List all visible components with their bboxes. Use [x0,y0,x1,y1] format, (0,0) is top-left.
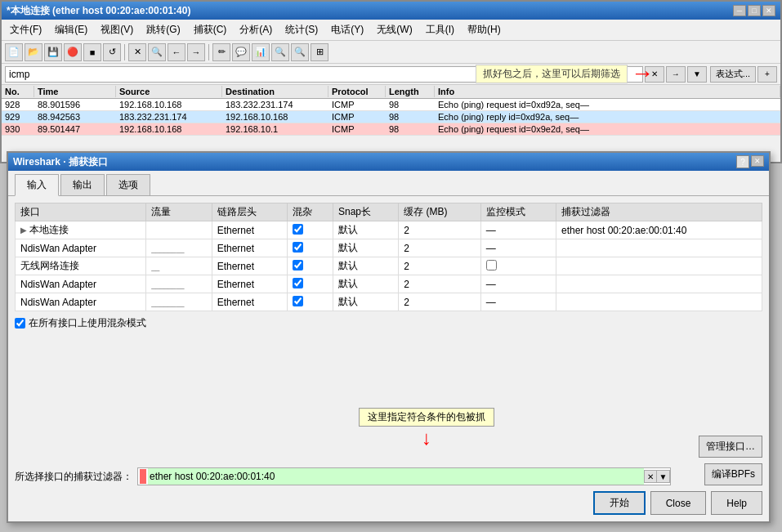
interface-table: 接口 流量 链路层头 混杂 Snap长 缓存 (MB) 监控模式 捕获过滤器 ▶… [15,203,762,311]
toolbar-sep2 [208,44,209,60]
toolbar-zoom-in-icon[interactable]: 🔍 [271,43,289,61]
tab-input[interactable]: 输入 [15,174,59,196]
promisc-checkbox[interactable] [293,296,303,306]
dialog-help-icon[interactable]: ? [736,155,749,168]
packet-list: No. Time Source Destination Protocol Len… [2,85,780,136]
col-src: Source [116,86,222,97]
filter-dropdown-icon[interactable]: ▼ [657,470,670,483]
menu-edit[interactable]: 编辑(E) [50,21,92,38]
iface-snaplen-cell: 默认 [333,221,398,239]
minimize-button[interactable]: ─ [733,5,746,16]
iface-filter-cell [556,239,762,257]
iface-promisc-cell[interactable] [287,275,333,293]
toolbar-forward-icon[interactable]: → [187,43,205,61]
toolbar-search-icon[interactable]: 🔍 [148,43,166,61]
maximize-button[interactable]: □ [748,5,761,16]
help-button[interactable]: Help [711,491,762,515]
iface-monitor-cell: — [480,221,556,239]
promisc-checkbox[interactable] [293,242,303,253]
menu-goto[interactable]: 跳转(G) [141,21,185,38]
translate-bpfs-button[interactable]: 编译BPFs [704,463,762,485]
table-row[interactable]: NdisWan Adapter________Ethernet默认2— [16,239,762,257]
promisc-all-checkbox[interactable] [15,318,25,329]
cell-src: 183.232.231.174 [116,111,222,123]
menu-bar: 文件(F) 编辑(E) 视图(V) 跳转(G) 捕获(C) 分析(A) 统计(S… [2,20,780,41]
toolbar-capture-icon[interactable]: 🔴 [64,43,82,61]
filter-clear-icon[interactable]: ✕ [644,470,657,483]
col-promisc: 混杂 [287,203,333,221]
manage-interface-button[interactable]: 管理接口… [699,436,762,458]
close-dialog-button[interactable]: Close [650,491,707,515]
iface-filter-cell: ether host 00:20:ae:00:01:40 [556,221,762,239]
toolbar-back-icon[interactable]: ← [168,43,185,61]
toolbar-file-icon[interactable]: 📄 [5,43,23,61]
toolbar-graph-icon[interactable]: 📊 [252,43,270,61]
toolbar-stop-icon[interactable]: ■ [83,43,101,61]
menu-stats[interactable]: 统计(S) [280,21,323,38]
cell-dst: 183.232.231.174 [222,99,328,110]
col-interface: 接口 [16,203,146,221]
menu-view[interactable]: 视图(V) [96,21,138,38]
toolbar-reload-icon[interactable]: ↺ [103,43,121,61]
iface-filter-cell [556,257,762,275]
menu-help[interactable]: 帮助(H) [462,21,506,38]
capture-filter-input[interactable] [148,468,644,485]
cell-proto: ICMP [328,99,386,110]
iface-promisc-cell[interactable] [287,221,333,239]
cell-time: 88.942563 [34,111,116,123]
cell-src: 192.168.10.168 [116,123,222,135]
toolbar-open-icon[interactable]: 📂 [25,43,42,61]
table-row[interactable]: ▶ 本地连接Ethernet默认2—ether host 00:20:ae:00… [16,221,762,239]
toolbar-comment-icon[interactable]: 💬 [232,43,250,61]
monitor-checkbox[interactable] [486,260,497,270]
iface-promisc-cell[interactable] [287,257,333,275]
promisc-all-label: 在所有接口上使用混杂模式 [29,316,146,330]
iface-buffer-cell: 2 [399,239,480,257]
toolbar-filter-icon[interactable]: ✕ [128,43,146,61]
promisc-checkbox[interactable] [293,260,303,270]
table-row[interactable]: 929 88.942563 183.232.231.174 192.168.10… [2,111,780,123]
filter-input-wrap: ✕ ▼ [137,467,671,485]
iface-monitor-cell: — [480,293,556,311]
iface-promisc-cell[interactable] [287,239,333,257]
menu-analyze[interactable]: 分析(A) [235,21,277,38]
tab-output[interactable]: 输出 [60,174,105,195]
filter-arrow-btn[interactable]: → [666,66,686,83]
filter-row-label: 所选择接口的捕获过滤器： [15,470,132,484]
menu-phone[interactable]: 电话(Y) [326,21,369,38]
menu-file[interactable]: 文件(F) [5,21,47,38]
dialog-close-icon[interactable]: ✕ [751,155,764,167]
col-snaplen: Snap长 [333,203,398,221]
filter-plus-btn[interactable]: + [757,66,777,83]
promisc-checkbox[interactable] [293,278,303,288]
table-row[interactable]: NdisWan Adapter________Ethernet默认2— [16,293,762,311]
dialog-content: 接口 流量 链路层头 混杂 Snap长 缓存 (MB) 监控模式 捕获过滤器 ▶… [8,196,769,337]
close-main-button[interactable]: ✕ [762,5,775,16]
table-row[interactable]: 无线网络连接__Ethernet默认2 [16,257,762,275]
menu-capture[interactable]: 捕获(C) [189,21,232,38]
iface-buffer-cell: 2 [399,275,480,293]
filter-bookmark-btn[interactable]: ▼ [687,66,707,83]
toolbar-zoom-fit-icon[interactable]: ⊞ [311,43,328,61]
start-button[interactable]: 开始 [593,491,646,515]
cell-info: Echo (ping) reply id=0xd92a, seq— [435,111,780,123]
iface-promisc-cell[interactable] [287,293,333,311]
iface-traffic-cell: ________ [146,239,212,257]
main-title-bar: *本地连接 (ether host 00:20:ae:00:01:40) ─ □… [2,2,780,20]
toolbar-zoom-out-icon[interactable]: 🔍 [291,43,309,61]
iface-buffer-cell: 2 [399,221,480,239]
table-row[interactable]: 928 88.901596 192.168.10.168 183.232.231… [2,99,780,111]
toolbar-save-icon[interactable]: 💾 [44,43,62,61]
filter-expr-button[interactable]: 表达式... [710,66,756,83]
cell-proto: ICMP [328,111,386,123]
col-time: Time [34,86,116,97]
menu-wireless[interactable]: 无线(W) [372,21,417,38]
dialog-title: Wireshark · 捕获接口 [13,155,108,169]
iface-snaplen-cell: 默认 [333,275,398,293]
table-row[interactable]: NdisWan Adapter________Ethernet默认2— [16,275,762,293]
menu-tools[interactable]: 工具(I) [421,21,459,38]
toolbar-mark-icon[interactable]: ✏ [212,43,230,61]
promisc-checkbox[interactable] [293,224,303,235]
tab-options[interactable]: 选项 [106,174,150,195]
table-row[interactable]: 930 89.501447 192.168.10.168 192.168.10.… [2,123,780,136]
